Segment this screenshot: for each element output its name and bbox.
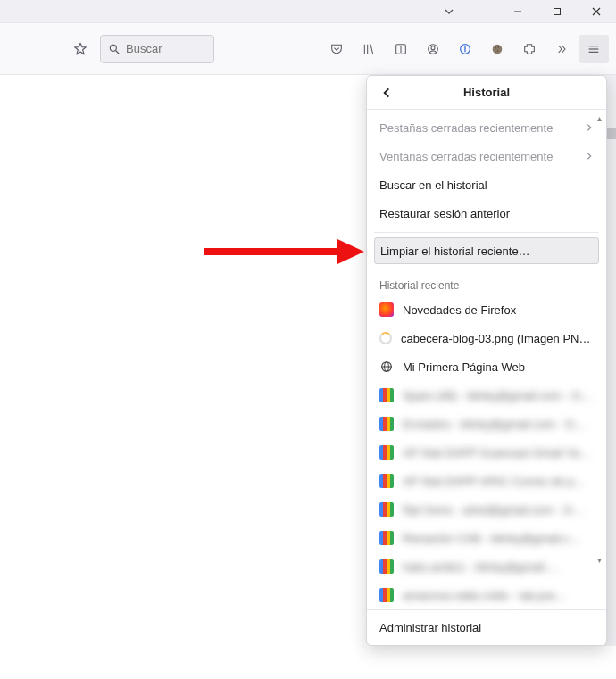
history-item-blurred[interactable]: amazona natla cridic - lab.pra…	[367, 581, 606, 609]
recently-closed-windows: Ventanas cerradas recientemente	[367, 142, 606, 170]
restore-session-item[interactable]: Restaurar sesión anterior	[367, 199, 606, 228]
svg-point-12	[497, 50, 499, 52]
titlebar	[0, 0, 616, 23]
favicon	[379, 388, 394, 402]
maximize-button[interactable]	[537, 0, 577, 23]
svg-point-9	[493, 44, 503, 54]
account-icon[interactable]	[418, 35, 448, 63]
history-item-blurred[interactable]: AP Stat DAPP nPAC Correo de p…	[367, 467, 606, 495]
svg-line-3	[116, 50, 120, 54]
svg-point-2	[110, 45, 116, 51]
chevron-right-icon	[585, 152, 594, 161]
app-menu-button[interactable]	[579, 35, 609, 63]
extensions-icon[interactable]	[514, 35, 545, 63]
favicon	[379, 502, 394, 517]
scroll-down-icon: ▾	[597, 555, 604, 565]
tab-overflow-chevron[interactable]	[436, 0, 462, 23]
svg-point-7	[431, 46, 435, 49]
history-item-blurred[interactable]: Spam (48) - blinky@gmail.com - G…	[367, 381, 606, 410]
onepassword-icon[interactable]	[450, 35, 480, 63]
separator	[374, 269, 599, 269]
panel-title: Historial	[378, 86, 595, 99]
manage-history-item[interactable]: Administrar historial	[367, 609, 606, 645]
search-history-item[interactable]: Buscar en el historial	[367, 170, 606, 199]
favicon	[379, 531, 394, 545]
svg-rect-1	[554, 8, 561, 14]
history-item[interactable]: Mi Primera Página Web	[367, 352, 606, 381]
close-button[interactable]	[577, 0, 616, 23]
overflow-icon[interactable]	[546, 35, 577, 63]
recent-history-label: Historial reciente	[367, 274, 606, 295]
favicon	[379, 559, 394, 574]
toolbar	[0, 23, 616, 75]
back-button[interactable]	[378, 84, 395, 102]
history-item[interactable]: Novedades de Firefox	[367, 295, 606, 324]
favicon	[379, 417, 394, 431]
svg-point-11	[498, 46, 499, 47]
search-box[interactable]	[100, 35, 214, 63]
svg-marker-20	[337, 239, 364, 264]
window-controls	[498, 0, 616, 23]
scroll-up-icon: ▴	[597, 113, 604, 123]
history-item-blurred[interactable]: habs.aridis1 - blinky@gmail.…	[367, 552, 606, 581]
chevron-right-icon	[585, 123, 594, 132]
clear-recent-history-item[interactable]: Limpiar el historial reciente…	[374, 237, 599, 264]
reader-icon[interactable]	[386, 35, 416, 63]
favicon	[379, 588, 394, 602]
history-panel: Historial ▴ Pestañas cerradas recienteme…	[366, 75, 607, 646]
panel-header: Historial	[367, 76, 606, 110]
history-item-blurred[interactable]: Rpt Geno - arbol@gmail.com - G…	[367, 495, 606, 524]
favicon	[379, 474, 394, 488]
cookie-icon[interactable]	[482, 35, 512, 63]
library-icon[interactable]	[354, 35, 384, 63]
pocket-icon[interactable]	[321, 35, 352, 63]
loading-favicon	[379, 332, 392, 344]
history-item-blurred[interactable]: Reciación CAB - blinky@gmail.c…	[367, 524, 606, 552]
annotation-arrow	[204, 234, 364, 269]
separator	[374, 232, 599, 233]
firefox-favicon	[379, 302, 394, 317]
favicon	[379, 445, 394, 460]
minimize-button[interactable]	[498, 0, 537, 23]
recently-closed-tabs: Pestañas cerradas recientemente	[367, 113, 606, 142]
history-item-blurred[interactable]: Enviados - blinky@gmail.com - G…	[367, 410, 606, 438]
bookmark-star-icon[interactable]	[66, 35, 95, 63]
globe-favicon	[379, 360, 394, 374]
svg-point-10	[495, 46, 496, 48]
history-item-blurred[interactable]: AP Stat DAPP Guancast Gmail Ya…	[367, 438, 606, 467]
search-input[interactable]	[126, 42, 197, 55]
search-icon	[108, 43, 121, 55]
history-item[interactable]: cabecera-blog-03.png (Imagen PN…	[367, 324, 606, 352]
